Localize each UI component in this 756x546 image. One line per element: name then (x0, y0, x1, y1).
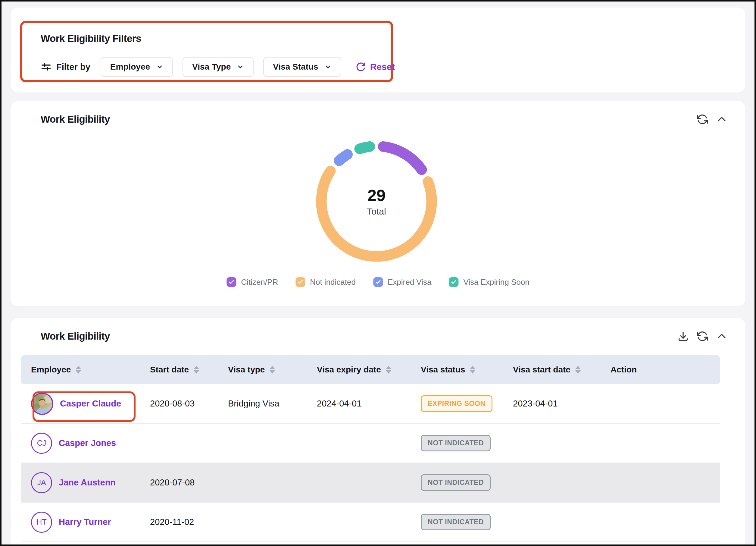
start-date-cell: 2020-07-08 (150, 478, 228, 488)
donut-segment-expired-visa (339, 154, 347, 161)
employee-cell: HT Harry Turner (21, 512, 150, 533)
sliders-icon (41, 61, 52, 72)
employee-name-link[interactable]: Casper Claude (60, 399, 121, 409)
sort-icon (270, 366, 275, 374)
chart-card-tools (697, 114, 727, 125)
employee-name-link[interactable]: Casper Jones (59, 438, 116, 448)
visa-type-filter-label: Visa Type (192, 62, 231, 72)
column-header-employee[interactable]: Employee (21, 365, 150, 375)
start-date-cell: 2020-08-03 (150, 399, 228, 409)
work-eligibility-filters-card: Work Eligibility Filters Filter by Emplo… (11, 8, 745, 92)
filter-row: Filter by Employee Visa Type Visa Status… (41, 57, 395, 77)
legend-item-not-indicated: Not indicated (295, 277, 356, 287)
visa-status-cell: NOT INDICATED (421, 474, 513, 491)
status-badge: EXPIRING SOON (421, 395, 492, 412)
column-header-visa-start-date[interactable]: Visa start date (513, 365, 611, 375)
status-badge: NOT INDICATED (421, 435, 491, 451)
visa-status-filter-dropdown[interactable]: Visa Status (263, 57, 341, 77)
chevron-down-icon (156, 63, 163, 70)
legend-item-citizen-pr: Citizen/PR (226, 277, 278, 287)
visa-expiry-date-cell: 2024-04-01 (317, 399, 421, 409)
sort-icon (470, 366, 475, 374)
employee-cell: Casper Claude (21, 393, 150, 415)
sort-icon (194, 366, 199, 374)
column-header-start-date[interactable]: Start date (150, 365, 228, 375)
table-row: HT Harry Turner 2020-11-02 NOT INDICATED (21, 503, 720, 542)
chevron-down-icon (237, 63, 244, 70)
refresh-icon[interactable] (697, 331, 708, 342)
column-header-action: Action (611, 365, 720, 375)
reset-label: Reset (370, 62, 395, 72)
donut-segment-not-indicated (321, 171, 432, 256)
visa-status-cell: NOT INDICATED (421, 514, 513, 530)
filters-card-title: Work Eligibility Filters (41, 33, 141, 44)
employee-cell: JA Jane Austenn (21, 472, 150, 493)
table-row: JA Jane Austenn 2020-07-08 NOT INDICATED (21, 463, 720, 503)
visa-status-cell: EXPIRING SOON (421, 395, 513, 412)
column-label: Visa type (228, 365, 265, 375)
legend-item-expired-visa: Expired Visa (373, 277, 432, 287)
chevron-down-icon (324, 63, 332, 70)
check-icon (375, 279, 381, 285)
employee-filter-dropdown[interactable]: Employee (101, 57, 173, 77)
visa-status-cell: NOT INDICATED (421, 435, 513, 451)
collapse-icon[interactable] (716, 331, 727, 342)
employee-cell: CJ Casper Jones (21, 433, 150, 454)
reset-filters-button[interactable]: Reset (356, 62, 395, 72)
legend-label: Not indicated (310, 278, 356, 287)
legend-label: Visa Expiring Soon (463, 278, 529, 287)
visa-type-filter-dropdown[interactable]: Visa Type (183, 57, 254, 77)
avatar[interactable]: HT (31, 512, 52, 533)
work-eligibility-chart-card: Work Eligibility 29 Total Citizen/PR (11, 101, 745, 307)
column-label: Employee (31, 365, 71, 375)
legend-checkbox[interactable] (295, 277, 305, 287)
donut-segment-visa-expiring-soon (360, 146, 370, 148)
donut-svg (310, 135, 443, 267)
work-eligibility-table: Employee Start date Visa type Visa expir… (21, 355, 720, 542)
table-header-row: Employee Start date Visa type Visa expir… (21, 355, 720, 384)
visa-status-filter-label: Visa Status (273, 62, 318, 72)
check-icon (451, 279, 457, 285)
table-row: Casper Claude 2020-08-03 Bridging Visa 2… (21, 384, 720, 424)
reset-icon (356, 62, 366, 72)
legend-item-visa-expiring-soon: Visa Expiring Soon (449, 277, 529, 287)
start-date-cell: 2020-11-02 (150, 517, 228, 527)
column-label: Start date (150, 365, 189, 375)
status-badge: NOT INDICATED (421, 514, 491, 530)
column-label: Visa start date (513, 365, 570, 375)
avatar[interactable] (31, 393, 53, 415)
filter-by: Filter by (41, 61, 90, 72)
visa-type-cell: Bridging Visa (228, 399, 317, 409)
filter-by-label: Filter by (56, 62, 90, 72)
refresh-icon[interactable] (697, 114, 708, 125)
donut-segment-citizen-pr (383, 146, 422, 170)
legend-label: Expired Visa (388, 278, 432, 287)
donut-chart: 29 Total (310, 135, 443, 267)
sort-icon (76, 366, 81, 374)
legend-checkbox[interactable] (226, 277, 236, 287)
avatar[interactable]: JA (31, 472, 52, 493)
status-badge: NOT INDICATED (421, 474, 491, 491)
avatar[interactable]: CJ (31, 433, 52, 454)
employee-name-link[interactable]: Jane Austenn (59, 478, 116, 488)
column-header-visa-status[interactable]: Visa status (421, 365, 513, 375)
employee-name-link[interactable]: Harry Turner (59, 517, 111, 527)
table-row: CJ Casper Jones NOT INDICATED (21, 424, 720, 463)
collapse-icon[interactable] (716, 114, 727, 125)
column-label: Visa status (421, 365, 465, 375)
app-screenshot: Work Eligibility Filters Filter by Emplo… (0, 0, 756, 546)
check-icon (228, 279, 234, 285)
legend-label: Citizen/PR (241, 278, 278, 287)
download-icon[interactable] (677, 331, 689, 342)
chart-card-title: Work Eligibility (41, 114, 110, 125)
column-header-visa-expiry-date[interactable]: Visa expiry date (317, 365, 421, 375)
legend-checkbox[interactable] (449, 277, 458, 287)
check-icon (297, 279, 303, 285)
table-card-tools (677, 331, 727, 342)
column-header-visa-type[interactable]: Visa type (228, 365, 317, 375)
legend-checkbox[interactable] (373, 277, 383, 287)
column-label: Visa expiry date (317, 365, 381, 375)
sort-icon (575, 366, 581, 374)
table-card-title: Work Eligibility (41, 331, 110, 342)
visa-start-date-cell: 2023-04-01 (513, 399, 611, 409)
